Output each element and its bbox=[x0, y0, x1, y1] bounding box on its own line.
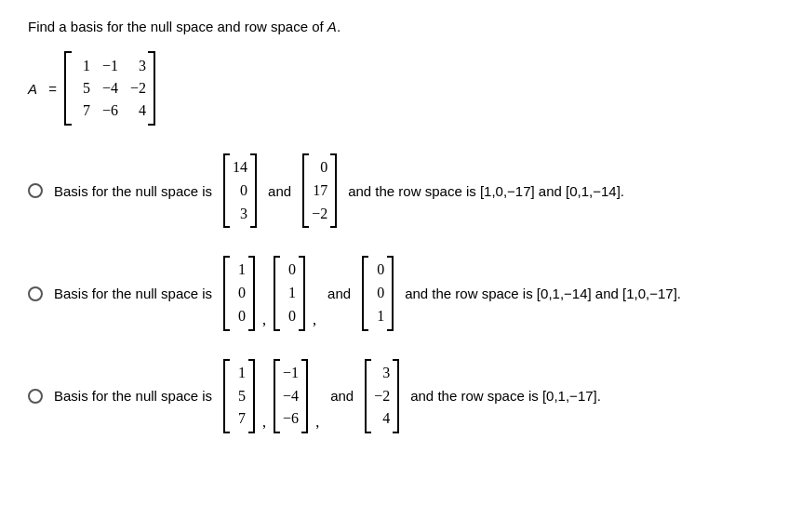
option-2-comma-1: , bbox=[262, 313, 266, 327]
cell-3-3: 4 bbox=[129, 100, 146, 122]
o3v2r1: −1 bbox=[283, 362, 299, 385]
o2v1r2: 0 bbox=[233, 282, 246, 305]
o2v1r3: 0 bbox=[233, 305, 246, 328]
options-container: Basis for the null space is 14 0 3 and 0… bbox=[28, 153, 760, 433]
problem-statement: Find a basis for the null space and row … bbox=[28, 19, 760, 34]
o2v2r1: 0 bbox=[283, 259, 296, 282]
o1v2r2: 17 bbox=[313, 180, 327, 203]
option-3-vector-1: 1 5 7 bbox=[223, 359, 255, 433]
option-3-and: and bbox=[330, 388, 354, 404]
matrix-A: 1 −1 3 5 −4 −2 7 −6 4 bbox=[64, 51, 155, 126]
matrix-row-2: 5 −4 −2 bbox=[73, 77, 146, 100]
cell-3-1: 7 bbox=[73, 100, 90, 122]
o2v2r2: 1 bbox=[283, 282, 296, 305]
option-3-comma-2: , bbox=[315, 415, 319, 430]
o1v2r1: 0 bbox=[314, 156, 327, 180]
option-3-content: Basis for the null space is 1 5 7 , −1 −… bbox=[54, 359, 601, 433]
option-2-basis-label: Basis for the null space is bbox=[54, 286, 212, 301]
o3v3r2: −2 bbox=[374, 385, 390, 408]
o1v2r3: −2 bbox=[312, 203, 327, 226]
o2v3r3: 1 bbox=[371, 305, 384, 328]
o2v3r2: 0 bbox=[371, 282, 384, 305]
option-3-comma-1: , bbox=[262, 415, 266, 430]
equals-sign: = bbox=[45, 81, 57, 97]
cell-2-3: −2 bbox=[129, 77, 146, 100]
cell-1-3: 3 bbox=[129, 55, 146, 77]
o2v2r3: 0 bbox=[283, 305, 296, 328]
o1v1r3: 3 bbox=[234, 203, 247, 226]
matrix-row-3: 7 −6 4 bbox=[73, 100, 146, 122]
option-2-vector-1: 1 0 0 bbox=[223, 256, 255, 330]
option-3-vector-3: 3 −2 4 bbox=[365, 359, 399, 433]
option-1-content: Basis for the null space is 14 0 3 and 0… bbox=[54, 153, 624, 228]
option-3-radio[interactable] bbox=[28, 389, 43, 404]
option-1-vector-1: 14 0 3 bbox=[223, 153, 257, 228]
option-1-basis-label: Basis for the null space is bbox=[54, 183, 212, 199]
option-2-rowspace: and the row space is [0,1,−14] and [1,0,… bbox=[405, 286, 681, 301]
option-2-vector-3: 0 0 1 bbox=[362, 256, 394, 330]
o2v3r1: 0 bbox=[371, 259, 384, 282]
cell-1-1: 1 bbox=[73, 55, 90, 77]
option-3-basis-label: Basis for the null space is bbox=[54, 388, 212, 404]
o3v1r3: 7 bbox=[233, 407, 246, 431]
option-2-comma-2: , bbox=[313, 313, 316, 327]
option-2-and: and bbox=[327, 286, 351, 301]
cell-2-2: −4 bbox=[101, 77, 118, 100]
cell-2-1: 5 bbox=[73, 77, 90, 100]
problem-text-before: Find a basis for the null space and row … bbox=[28, 19, 327, 34]
option-2-row: Basis for the null space is 1 0 0 , 0 1 … bbox=[28, 256, 760, 330]
o1v1r1: 14 bbox=[233, 156, 247, 180]
option-3-vector-2: −1 −4 −6 bbox=[274, 359, 308, 433]
option-3-row: Basis for the null space is 1 5 7 , −1 −… bbox=[28, 359, 760, 433]
option-1-radio[interactable] bbox=[28, 183, 43, 198]
o3v1r1: 1 bbox=[233, 362, 246, 385]
option-1-and: and bbox=[268, 183, 291, 199]
o2v1r1: 1 bbox=[233, 259, 246, 282]
problem-variable: A bbox=[327, 19, 337, 34]
o3v2r3: −6 bbox=[283, 407, 299, 431]
o1v1r2: 0 bbox=[234, 180, 247, 203]
option-3-rowspace: and the row space is [0,1,−17]. bbox=[410, 388, 601, 404]
cell-3-2: −6 bbox=[101, 100, 118, 122]
option-2-content: Basis for the null space is 1 0 0 , 0 1 … bbox=[54, 256, 681, 330]
option-1-rowspace: and the row space is [1,0,−17] and [0,1,… bbox=[348, 183, 624, 199]
cell-1-2: −1 bbox=[101, 55, 118, 77]
matrix-label: A bbox=[28, 81, 37, 97]
o3v2r2: −4 bbox=[283, 385, 299, 408]
o3v3r1: 3 bbox=[377, 362, 390, 385]
option-1-row: Basis for the null space is 14 0 3 and 0… bbox=[28, 153, 760, 228]
option-1-vector-2: 0 17 −2 bbox=[302, 153, 337, 228]
o3v3r3: 4 bbox=[377, 407, 390, 431]
matrix-definition: A = 1 −1 3 5 −4 −2 7 −6 4 bbox=[28, 51, 760, 126]
option-2-vector-2: 0 1 0 bbox=[274, 256, 305, 330]
matrix-row-1: 1 −1 3 bbox=[73, 55, 146, 77]
problem-text-after: . bbox=[337, 19, 341, 34]
option-2-radio[interactable] bbox=[28, 286, 43, 301]
o3v1r2: 5 bbox=[233, 385, 246, 408]
